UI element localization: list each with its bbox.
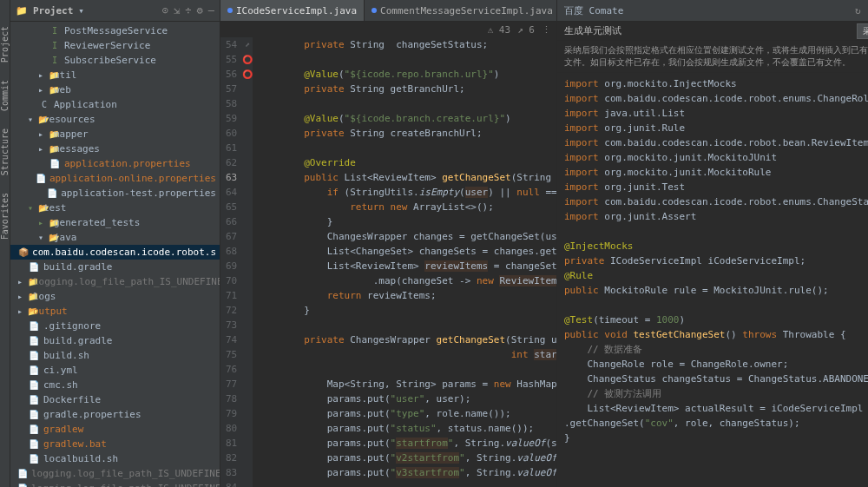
tree-label: util <box>54 68 77 82</box>
comate-code[interactable]: import org.mockito.InjectMocks import co… <box>557 73 868 487</box>
tree-item[interactable]: 📄ci.yml <box>10 363 220 378</box>
gutter-glyph[interactable]: ⬈ ⭕ ⭕ <box>242 37 253 487</box>
chevron-down-icon[interactable]: ▾ <box>78 5 84 16</box>
gear-icon[interactable]: ⚙ <box>197 4 203 16</box>
project-pane: 📁 Project ▾ ⊙ ⇲ ÷ ⚙ — IPostMessageServic… <box>10 0 220 487</box>
tree-item[interactable]: IReviewerService <box>10 38 220 53</box>
tree-label: build.gradle <box>43 333 112 348</box>
tree-label: messages <box>54 141 100 156</box>
more-icon[interactable]: ⋮ <box>542 24 551 36</box>
tree-label: com.baidu.codescan.icode.robot.s <box>32 245 216 260</box>
tree-label: output <box>33 304 68 319</box>
editor-pane: ICodeServiceImpl.java CommentMessageServ… <box>220 0 557 487</box>
tree-item[interactable]: ▸ 📁generated_tests <box>10 215 220 230</box>
tree-label: web <box>54 82 71 97</box>
accept-button[interactable]: 采纳 <box>857 23 868 39</box>
tree-label: generated_tests <box>54 215 140 230</box>
tab-icodeservice[interactable]: ICodeServiceImpl.java <box>220 0 365 21</box>
comate-section: 生成单元测试 <box>564 24 621 37</box>
rail-commit[interactable]: Commit <box>0 80 10 111</box>
tree-icon: ▸ 📁 <box>38 141 50 156</box>
tab-commentmessage[interactable]: CommentMessageServiceImpl.java <box>365 0 561 21</box>
tree-label: application.properties <box>64 156 191 171</box>
tree-label: java <box>54 230 77 245</box>
tree-item[interactable]: ▸ 📁util <box>10 68 220 82</box>
tree-icon: ▾ 📂 <box>38 230 50 245</box>
tree-label: application-online.properties <box>49 171 216 186</box>
tree-item[interactable]: ▸ 📁web <box>10 82 220 97</box>
tree-label: PostMessageService <box>64 23 168 38</box>
tree-icon: 📄 <box>28 392 40 407</box>
select-opened-icon[interactable]: ⊙ <box>162 4 168 16</box>
tree-label: mapper <box>54 127 89 141</box>
tree-item[interactable]: ▸ 📁mapper <box>10 127 220 141</box>
typo-badge[interactable]: ↗ 6 <box>517 24 535 36</box>
tree-icon: 📄 <box>28 451 40 466</box>
tree-icon: 📄 <box>17 466 28 481</box>
tree-item[interactable]: 📄application.properties <box>10 156 220 171</box>
tree-item[interactable]: ▾ 📂test <box>10 201 220 215</box>
tree-icon: 📄 <box>28 378 40 392</box>
tree-icon: 📄 <box>49 156 61 171</box>
tree-label: SubscribeService <box>64 53 156 68</box>
tree-label: resources <box>43 112 95 127</box>
tree-icon: 📦 <box>18 245 29 260</box>
tree-icon: ▸ 📁 <box>38 82 50 97</box>
tree-label: logs <box>33 289 56 304</box>
tree-item[interactable]: ▸ 📂output <box>10 304 220 319</box>
comate-title: 百度 Comate <box>564 4 623 17</box>
tree-item[interactable]: CApplication <box>10 97 220 112</box>
tree-icon: 📄 <box>46 186 57 201</box>
tree-icon: 📄 <box>28 422 40 437</box>
tab-dot-icon <box>227 8 233 13</box>
tree-item[interactable]: ▸ 📁logging.log_file_path_IS_UNDEFINED_hi… <box>10 274 220 289</box>
rail-favorites[interactable]: Favorites <box>0 193 10 240</box>
tree-item[interactable]: 📄application-online.properties <box>10 171 220 186</box>
tree-item[interactable]: 📄cmc.sh <box>10 378 220 392</box>
tree-item[interactable]: ▾ 📂resources <box>10 112 220 127</box>
tree-icon: 📄 <box>28 319 40 333</box>
tree-label: test <box>43 201 67 215</box>
tree-icon: ▸ 📁 <box>38 215 50 230</box>
tree-item[interactable]: 📄application-test.properties <box>10 186 220 201</box>
tree-icon: ▸ 📁 <box>38 127 50 141</box>
tree-item[interactable]: 📄gradle.properties <box>10 407 220 422</box>
comate-hint: 采纳后我们会按照指定格式在相应位置创建测试文件，或将生成用例插入到已有测试文件。… <box>557 41 868 73</box>
tree-item[interactable]: 📄logging.log_file_path_IS_UNDEFINEDacces… <box>10 481 220 487</box>
code-area: 54 55 56 57 58 59 60 61 62 63 64 65 66 6… <box>220 37 556 487</box>
warning-badge[interactable]: ⚠ 43 <box>488 24 511 36</box>
tree-item[interactable]: IPostMessageService <box>10 23 220 38</box>
tree-item[interactable]: 📄.gitignore <box>10 319 220 333</box>
tree-label: gradle.properties <box>43 407 141 422</box>
tree-icon: ▸ 📁 <box>38 68 50 82</box>
rail-structure[interactable]: Structure <box>0 128 10 175</box>
collapse-icon[interactable]: ÷ <box>185 4 191 16</box>
hide-icon[interactable]: — <box>208 4 214 16</box>
tree-item[interactable]: 📄build.gradle <box>10 333 220 348</box>
rail-project[interactable]: Project <box>0 26 10 63</box>
tree-item[interactable]: 📄Dockerfile <box>10 392 220 407</box>
expand-icon[interactable]: ⇲ <box>174 4 180 16</box>
tab-dot-icon <box>372 8 377 13</box>
line-gutter[interactable]: 54 55 56 57 58 59 60 61 62 63 64 65 66 6… <box>220 37 242 487</box>
source-code[interactable]: private String changeSetStatus; @Value("… <box>253 37 556 487</box>
tree-item[interactable]: 📄logging.log_file_path_IS_UNDEFINED <box>10 466 220 481</box>
tree-item[interactable]: 📄gradlew <box>10 422 220 437</box>
tree-label: build.sh <box>43 348 89 363</box>
tree-icon: 📄 <box>28 333 40 348</box>
tree-item[interactable]: 📄build.gradle <box>10 260 220 274</box>
tree-item[interactable]: 📄localbuild.sh <box>10 451 220 466</box>
tree-item[interactable]: ▾ 📂java <box>10 230 220 245</box>
tree-item[interactable]: ▸ 📁logs <box>10 289 220 304</box>
tree-item[interactable]: 📄build.sh <box>10 348 220 363</box>
refresh-icon[interactable]: ↻ <box>855 5 861 16</box>
tree-icon: 📄 <box>28 437 40 451</box>
tree-item[interactable]: ISubscribeService <box>10 53 220 68</box>
tree-item[interactable]: 📄gradlew.bat <box>10 437 220 451</box>
tree-item[interactable]: 📦com.baidu.codescan.icode.robot.s <box>10 245 220 260</box>
project-tree[interactable]: IPostMessageServiceIReviewerServiceISubs… <box>10 22 220 487</box>
tree-label: Application <box>54 97 117 112</box>
tree-label: logging.log_file_path_IS_UNDEFINED <box>31 466 220 481</box>
tree-item[interactable]: ▸ 📁messages <box>10 141 220 156</box>
tree-label: localbuild.sh <box>43 451 118 466</box>
